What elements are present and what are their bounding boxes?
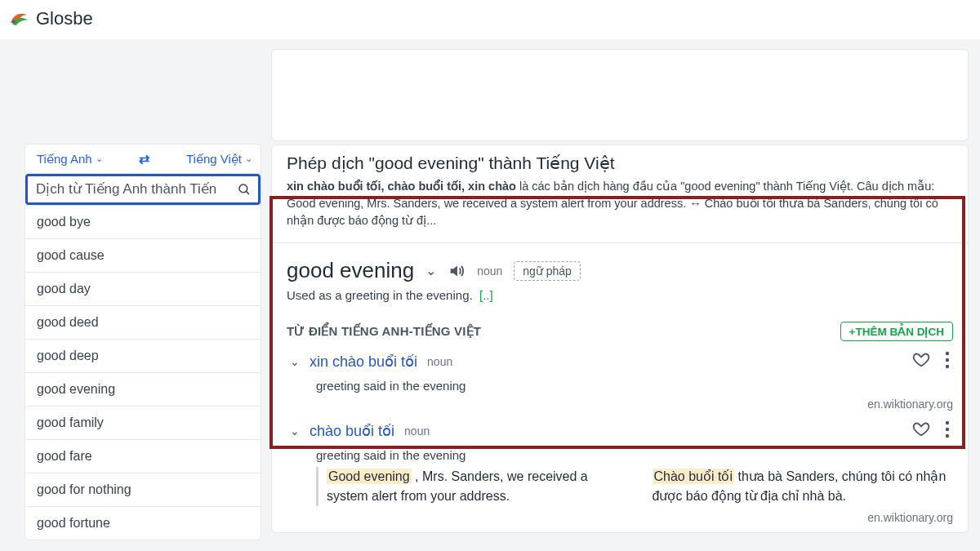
translation-gloss: greeting said in the evening — [316, 379, 953, 393]
headword: good evening — [287, 258, 414, 283]
add-translation-button[interactable]: +THÊM BẢN DỊCH — [840, 322, 953, 341]
suggestion-list: good bye good cause good day good deed g… — [25, 205, 261, 540]
search-icon[interactable] — [237, 182, 252, 197]
translation-summary: xin chào buổi tối, chào buổi tối, xin ch… — [287, 178, 953, 229]
header: Glosbe — [0, 0, 980, 39]
grammar-button[interactable]: ngữ pháp — [514, 261, 581, 281]
translation-gloss: greeting said in the evening — [316, 448, 953, 462]
example-highlight: Chào buổi tối — [653, 469, 735, 484]
language-selector-row: Tiếng Anh ⌄ ⇄ Tiếng Việt ⌄ — [25, 144, 261, 174]
suggestion-item[interactable]: good deed — [25, 305, 261, 339]
sidebar: Tiếng Anh ⌄ ⇄ Tiếng Việt ⌄ good bye good… — [24, 144, 261, 540]
content-card: Phép dịch "good evening" thành Tiếng Việ… — [271, 144, 969, 533]
lang-from-label: Tiếng Anh — [37, 152, 92, 167]
pronounce-icon[interactable] — [448, 262, 466, 280]
dictionary-header: TỪ ĐIỂN TIẾNG ANH-TIẾNG VIỆT — [287, 324, 481, 339]
svg-point-8 — [946, 434, 949, 438]
translation-word[interactable]: chào buổi tối — [310, 422, 394, 440]
favorite-icon[interactable] — [912, 351, 930, 369]
suggestion-item[interactable]: good fare — [25, 439, 261, 473]
suggestion-item[interactable]: good day — [25, 272, 261, 305]
translation-word[interactable]: xin chào buổi tối — [310, 353, 417, 371]
example-highlight: Good evening — [327, 469, 412, 484]
svg-point-4 — [946, 358, 949, 362]
chevron-down-icon[interactable]: ⌄ — [290, 424, 300, 438]
swap-languages-icon[interactable]: ⇄ — [139, 151, 149, 167]
translation-pos: noun — [427, 355, 452, 368]
suggestion-item[interactable]: good for nothing — [25, 473, 261, 506]
svg-point-5 — [946, 365, 949, 368]
svg-point-3 — [946, 352, 949, 355]
svg-point-6 — [946, 421, 949, 424]
suggestion-item[interactable]: good evening — [25, 372, 261, 406]
translation-source[interactable]: en.wiktionary.org — [287, 511, 953, 524]
chevron-down-icon[interactable]: ⌄ — [425, 263, 436, 278]
search-box[interactable] — [25, 174, 261, 205]
chevron-down-icon: ⌄ — [96, 153, 103, 164]
suggestion-item[interactable]: good bye — [25, 205, 261, 238]
search-input[interactable] — [36, 181, 237, 198]
lang-to-label: Tiếng Việt — [186, 152, 242, 167]
main-panel: Phép dịch "good evening" thành Tiếng Việ… — [271, 49, 969, 533]
suggestion-item[interactable]: good family — [25, 406, 261, 439]
definition-text: Used as a greeting in the evening. [..] — [287, 288, 953, 302]
summary-bold: xin chào buổi tối, chào buổi tối, xin ch… — [287, 180, 516, 193]
svg-point-7 — [946, 428, 949, 431]
brand-name[interactable]: Glosbe — [36, 8, 93, 29]
suggestion-item[interactable]: good fortune — [25, 506, 261, 540]
part-of-speech: noun — [477, 264, 502, 278]
translation-block: ⌄ xin chào buổi tối noun greeting said i… — [287, 353, 953, 411]
more-icon[interactable] — [945, 420, 950, 438]
divider — [272, 242, 968, 243]
entry-header: good evening ⌄ noun ngữ pháp — [287, 258, 953, 283]
ad-placeholder — [271, 49, 969, 141]
svg-line-2 — [246, 191, 249, 194]
definition-body: Used as a greeting in the evening. — [287, 288, 473, 302]
example-pair: Good evening , Mrs. Sanders, we received… — [316, 467, 953, 506]
example-source: Good evening , Mrs. Sanders, we received… — [327, 467, 628, 506]
translation-block: ⌄ chào buổi tối noun greeting said in th… — [287, 422, 953, 524]
translation-source[interactable]: en.wiktionary.org — [287, 398, 953, 411]
lang-from-button[interactable]: Tiếng Anh ⌄ — [37, 152, 103, 167]
page-title: Phép dịch "good evening" thành Tiếng Việ… — [287, 153, 953, 173]
lang-to-button[interactable]: Tiếng Việt ⌄ — [186, 152, 252, 167]
svg-point-1 — [239, 184, 247, 193]
expand-definition-link[interactable]: [..] — [479, 288, 493, 302]
example-target: Chào buổi tối thưa bà Sanders, chúng tôi… — [653, 467, 954, 506]
translation-pos: noun — [404, 424, 430, 438]
chevron-down-icon[interactable]: ⌄ — [290, 355, 300, 368]
chevron-down-icon: ⌄ — [245, 153, 252, 164]
favorite-icon[interactable] — [912, 420, 930, 438]
brand-logo-icon — [8, 8, 29, 29]
more-icon[interactable] — [945, 351, 950, 369]
suggestion-item[interactable]: good deep — [25, 339, 261, 372]
dictionary-header-row: TỪ ĐIỂN TIẾNG ANH-TIẾNG VIỆT +THÊM BẢN D… — [287, 322, 953, 341]
svg-point-0 — [12, 20, 15, 23]
suggestion-item[interactable]: good cause — [25, 238, 261, 272]
